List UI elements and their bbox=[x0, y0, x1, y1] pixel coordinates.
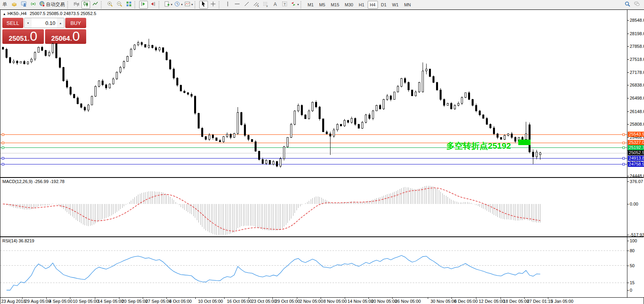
date-tick bbox=[95, 297, 95, 299]
date-tick bbox=[224, 297, 225, 299]
tile-windows-icon bbox=[126, 1, 132, 8]
axis-tick bbox=[627, 98, 629, 98]
date-axis[interactable]: 23 Aug 201829 Aug 05:004 Sep 05:0010 Sep… bbox=[0, 298, 644, 304]
date-tick bbox=[524, 297, 525, 299]
new-order-button[interactable]: 单 bbox=[0, 1, 9, 9]
date-tick bbox=[548, 297, 548, 299]
macd-tick-label: 0.00 bbox=[630, 202, 638, 206]
equidistant-channel-icon: E bbox=[253, 1, 259, 8]
vertical-line-button[interactable] bbox=[223, 1, 232, 9]
arrows-button[interactable]: ▾ bbox=[290, 1, 299, 9]
bar-chart-button[interactable] bbox=[72, 1, 81, 9]
date-label: 18 Dec 05:00 bbox=[503, 299, 529, 304]
auto-scroll-button[interactable] bbox=[139, 1, 148, 9]
auto-trading-button[interactable]: 自动交易 bbox=[38, 1, 66, 9]
horizontal-line-icon bbox=[234, 1, 240, 8]
history-book-button[interactable] bbox=[10, 1, 19, 9]
axis-tick bbox=[627, 85, 629, 85]
fibonacci-button[interactable]: F bbox=[261, 1, 270, 9]
horizontal-line-button[interactable] bbox=[233, 1, 242, 9]
line-price-tag: 24913.8 bbox=[628, 156, 644, 161]
date-label: 12 Dec 05:00 bbox=[479, 299, 504, 304]
date-label: 10 Sep 05:00 bbox=[73, 299, 98, 304]
date-label: 3 Jan 05:00 bbox=[551, 299, 574, 304]
candlestick-chart-button[interactable] bbox=[81, 1, 90, 9]
new-order-label: 单 bbox=[2, 1, 8, 8]
date-tick bbox=[392, 297, 393, 299]
price-tick-label: 27858.0 bbox=[630, 44, 644, 49]
trendline-button[interactable] bbox=[242, 1, 251, 9]
equidistant-channel-button[interactable]: E bbox=[252, 1, 261, 9]
text-label-button[interactable]: T bbox=[280, 1, 289, 9]
cursor-button[interactable] bbox=[199, 1, 208, 9]
indicators-button[interactable]: ▾ bbox=[163, 1, 173, 9]
line-chart-button[interactable] bbox=[91, 1, 100, 9]
timeframe-d1-button[interactable]: D1 bbox=[379, 1, 389, 9]
price-tick-label: 26148.0 bbox=[630, 109, 644, 114]
current-price-tag: 25052.5 bbox=[628, 150, 644, 155]
rsi-tick-label: 0 bbox=[630, 288, 632, 293]
timeframe-m30-button[interactable]: M30 bbox=[342, 1, 355, 9]
chart-shift-button[interactable] bbox=[149, 1, 157, 9]
trendline-icon bbox=[244, 1, 250, 8]
annotation-text: 多空转折点25192 bbox=[446, 141, 511, 151]
search-icon bbox=[624, 1, 631, 8]
axis-tick bbox=[627, 59, 629, 60]
date-label: 27 Sep 05:00 bbox=[145, 299, 171, 304]
signals-button[interactable] bbox=[29, 1, 38, 9]
timeframe-h1-button[interactable]: H1 bbox=[356, 1, 366, 9]
toolbar-grip bbox=[159, 1, 162, 8]
text-label-icon: T bbox=[281, 1, 288, 8]
auto-trading-icon bbox=[39, 1, 45, 8]
rsi-pane[interactable] bbox=[0, 237, 627, 297]
rsi-tick-label: 15 bbox=[630, 280, 635, 285]
date-label: 14 Sep 05:00 bbox=[98, 299, 123, 304]
timeframe-m15-button[interactable]: M15 bbox=[329, 1, 342, 9]
search-button[interactable] bbox=[623, 1, 632, 9]
toolbar-grip bbox=[101, 1, 104, 8]
zoom-out-button[interactable] bbox=[115, 1, 124, 9]
date-tick bbox=[321, 297, 321, 299]
timeframe-m1-button[interactable]: M1 bbox=[305, 1, 316, 9]
zoom-in-icon bbox=[107, 1, 113, 8]
periods-button[interactable]: ▾ bbox=[174, 1, 183, 9]
templates-button[interactable]: ▾ bbox=[184, 1, 193, 9]
date-tick bbox=[345, 297, 345, 299]
profile-button[interactable] bbox=[19, 1, 28, 9]
text-button[interactable]: A bbox=[271, 1, 280, 9]
axis-tick bbox=[627, 124, 629, 125]
price-tick-label: 26838.0 bbox=[630, 83, 644, 87]
chat-button[interactable] bbox=[633, 1, 641, 9]
line-price-tag: 25543.9 bbox=[628, 132, 644, 137]
toolbar-grip bbox=[195, 1, 198, 8]
tile-windows-button[interactable] bbox=[125, 1, 133, 9]
date-label: 20 Nov 05:00 bbox=[371, 299, 397, 304]
date-tick bbox=[249, 297, 249, 299]
date-tick bbox=[476, 297, 476, 299]
price-axis[interactable]: 28548.028198.027858.027518.027178.026838… bbox=[627, 10, 644, 297]
toolbar-grip bbox=[134, 1, 138, 8]
date-label: 23 Oct 05:00 bbox=[251, 299, 276, 304]
timeframe-m5-button[interactable]: M5 bbox=[317, 1, 327, 9]
timeframe-mn-button[interactable]: MN bbox=[402, 1, 413, 9]
periods-icon bbox=[174, 1, 180, 8]
date-tick bbox=[119, 297, 119, 299]
caret-down-icon: ▾ bbox=[171, 3, 172, 6]
price-tick-label: 27178.0 bbox=[630, 70, 644, 75]
macd-pane[interactable] bbox=[0, 178, 627, 236]
zoom-in-button[interactable] bbox=[106, 1, 114, 9]
crosshair-button[interactable] bbox=[209, 1, 217, 9]
crosshair-icon bbox=[210, 1, 216, 8]
timeframe-w1-button[interactable]: W1 bbox=[390, 1, 401, 9]
pane-separator[interactable] bbox=[0, 236, 644, 237]
price-tick-label: 28198.0 bbox=[630, 31, 644, 36]
price-chart-pane[interactable]: 多空转折点25192 bbox=[0, 11, 627, 177]
profile-icon bbox=[21, 1, 27, 8]
line-price-tag: 25327.0 bbox=[628, 140, 644, 145]
axis-tick bbox=[627, 181, 629, 182]
axis-tick bbox=[627, 241, 629, 241]
toolbar-grip bbox=[300, 1, 304, 8]
timeframe-h4-button[interactable]: H4 bbox=[368, 1, 378, 9]
pane-separator[interactable] bbox=[0, 177, 644, 178]
date-label: 4 Sep 05:00 bbox=[49, 299, 72, 304]
